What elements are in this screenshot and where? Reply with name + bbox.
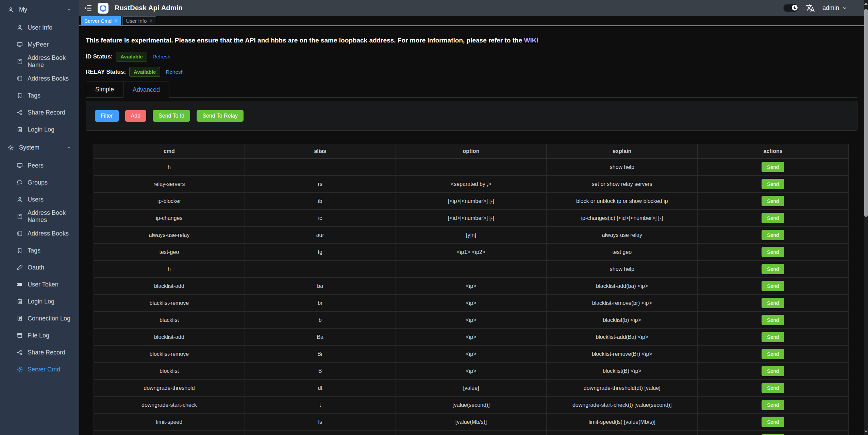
tab-user-info[interactable]: User Info×	[122, 16, 156, 25]
wiki-link[interactable]: WIKI	[524, 37, 538, 44]
send-button[interactable]: Send	[762, 417, 784, 427]
send-button[interactable]: Send	[762, 179, 784, 189]
send-button[interactable]: Send	[762, 349, 784, 359]
cell-actions: Send	[698, 312, 849, 329]
sidebar-item-login-log[interactable]: Login Log	[0, 121, 79, 138]
send-button[interactable]: Send	[762, 162, 784, 172]
sidebar-item-address-books[interactable]: Address Books	[0, 70, 79, 87]
cell-alias	[245, 159, 396, 176]
send-button[interactable]: Send	[762, 400, 784, 410]
cell-explain: test geo	[547, 244, 698, 261]
sidebar-item-groups[interactable]: Groups	[0, 174, 79, 191]
sidebar-section-system[interactable]: System	[0, 138, 79, 157]
id-status-badge: Available	[116, 52, 147, 62]
sidebar-item-label: Tags	[28, 247, 40, 254]
scrollbar-down-button[interactable]	[864, 429, 868, 434]
sidebar-collapse-icon[interactable]	[83, 4, 92, 13]
sidebar-item-label: Users	[28, 196, 44, 203]
sidebar-item-share-record[interactable]: Share Record	[0, 104, 79, 121]
relay-status-row: RELAY Status: Available Refresh	[86, 67, 857, 77]
send-button[interactable]: Send	[762, 434, 784, 435]
add-button[interactable]: Add	[125, 110, 146, 122]
table-row: ip-changesic[<id>|<number>] [-]ip-change…	[94, 210, 849, 227]
scrollbar-thumb[interactable]	[864, 9, 868, 217]
cell-option: <ip>	[396, 363, 547, 380]
header-actions: admin	[783, 3, 848, 13]
cell-option: [value]	[396, 380, 547, 397]
sidebar-item-address-book-names[interactable]: Address Book Names	[0, 208, 79, 225]
main-content: This feature is experimental. Please ens…	[79, 26, 864, 435]
send-button[interactable]: Send	[762, 281, 784, 291]
close-icon[interactable]: ×	[114, 18, 117, 23]
theme-knob	[792, 5, 798, 11]
send-button[interactable]: Send	[762, 332, 784, 342]
sidebar-item-server-cmd[interactable]: Server Cmd	[0, 361, 79, 378]
send-button[interactable]: Send	[762, 247, 784, 257]
sidebar-item-oauth[interactable]: Oauth	[0, 259, 79, 276]
tab-server-cmd[interactable]: Server Cmd×	[81, 16, 121, 25]
cell-option: [value(Mb/s)]	[396, 414, 547, 431]
link-icon	[16, 264, 23, 271]
bookmark-icon	[16, 92, 23, 99]
sidebar-item-tags[interactable]: Tags	[0, 242, 79, 259]
header-bar: RustDesk Api Admin admin	[79, 0, 868, 16]
bookmark-icon	[16, 247, 23, 254]
send-button[interactable]: Send	[762, 196, 784, 206]
cell-cmd: test-geo	[94, 244, 245, 261]
send-button[interactable]: Send	[762, 298, 784, 308]
send-button[interactable]: Send	[762, 383, 784, 393]
send-button[interactable]: Send	[762, 213, 784, 223]
sidebar-item-label: Address Book Name	[28, 54, 79, 69]
sidebar-item-connection-log[interactable]: Connection Log	[0, 310, 79, 327]
cell-cmd: h	[94, 159, 245, 176]
sidebar-item-user-token[interactable]: User Token	[0, 276, 79, 293]
tab-simple[interactable]: Simple	[86, 82, 123, 97]
send-button[interactable]: Send	[762, 230, 784, 240]
chevron-up-icon	[66, 145, 72, 150]
cell-actions: Send	[698, 193, 849, 210]
theme-toggle[interactable]	[783, 4, 798, 12]
user-menu[interactable]: admin	[822, 4, 848, 12]
tab-advanced[interactable]: Advanced	[123, 82, 169, 98]
clipboard-icon	[16, 126, 23, 133]
id-status-label: ID Status:	[86, 53, 113, 60]
user-icon	[16, 196, 23, 203]
cell-option: <ip>	[396, 329, 547, 346]
cell-option: [y|n]	[396, 227, 547, 244]
send-button[interactable]: Send	[762, 264, 784, 274]
sidebar-item-mypeer[interactable]: MyPeer	[0, 36, 79, 53]
share-icon	[16, 349, 23, 356]
cell-alias	[245, 261, 396, 278]
cell-cmd: relay-servers	[94, 176, 245, 193]
table-row: blocklist-addBa<ip>blocklist-add(Ba) <ip…	[94, 329, 849, 346]
cell-actions: Send	[698, 431, 849, 435]
cell-actions: Send	[698, 346, 849, 363]
scrollbar-up-button[interactable]	[864, 1, 868, 6]
send-button[interactable]: Send	[762, 366, 784, 376]
table-row: blacklistb<ip>blacklist(b) <ip>Send	[94, 312, 849, 329]
sidebar-item-share-record[interactable]: Share Record	[0, 344, 79, 361]
relay-status-refresh-link[interactable]: Refresh	[166, 69, 184, 75]
vertical-scrollbar[interactable]	[864, 0, 868, 435]
send-to-relay-button[interactable]: Send To Relay	[197, 110, 244, 122]
filter-button[interactable]: Filter	[95, 110, 119, 122]
sidebar-item-label: Groups	[28, 179, 48, 186]
translate-icon[interactable]	[806, 3, 815, 13]
send-button[interactable]: Send	[762, 315, 784, 325]
sidebar-item-tags[interactable]: Tags	[0, 87, 79, 104]
sidebar-item-address-books[interactable]: Address Books	[0, 225, 79, 242]
cell-explain: always use relay	[547, 227, 698, 244]
cell-actions: Send	[698, 397, 849, 414]
sidebar-item-users[interactable]: Users	[0, 191, 79, 208]
close-icon[interactable]: ×	[149, 18, 152, 23]
sidebar-section-my[interactable]: My	[0, 0, 79, 19]
id-status-refresh-link[interactable]: Refresh	[153, 54, 171, 59]
table-row: ip-blockerib[<ip>|<number>] [-]block or …	[94, 193, 849, 210]
send-to-id-button[interactable]: Send To Id	[153, 110, 190, 122]
sidebar-item-login-log[interactable]: Login Log	[0, 293, 79, 310]
sidebar-item-address-book-name[interactable]: Address Book Name	[0, 53, 79, 70]
sidebar-item-peers[interactable]: Peers	[0, 157, 79, 174]
sidebar-item-user-info[interactable]: User Info	[0, 19, 79, 36]
sidebar-item-file-log[interactable]: File Log	[0, 327, 79, 344]
username: admin	[822, 4, 839, 12]
